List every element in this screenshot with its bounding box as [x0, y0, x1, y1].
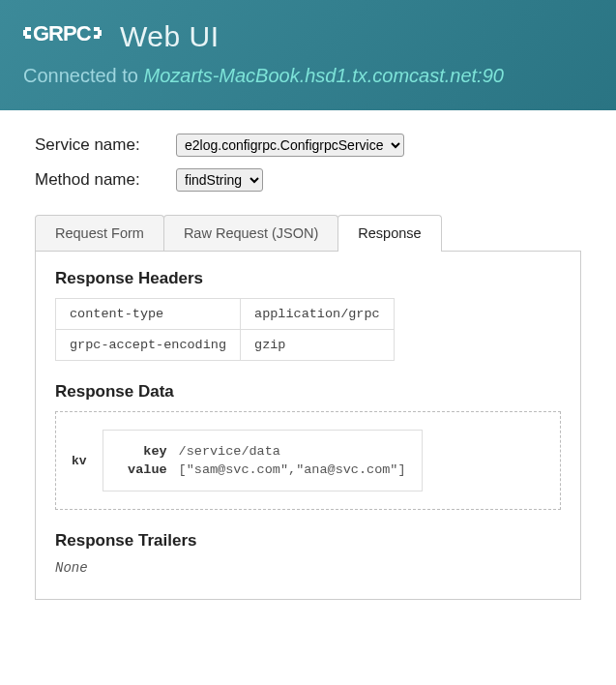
table-row: grpc-accept-encoding gzip [56, 330, 395, 361]
header-value: gzip [241, 330, 395, 361]
kv-key-label: key [119, 444, 167, 459]
svg-text:GRPC: GRPC [33, 21, 92, 45]
response-headers-table: content-type application/grpc grpc-accep… [55, 298, 395, 361]
title-row: GRPC Web UI [23, 19, 593, 53]
service-row: Service name: e2log.configrpc.ConfigrpcS… [35, 134, 581, 157]
kv-value-value: ["sam@svc.com","ana@svc.com"] [179, 462, 406, 477]
main-content: Service name: e2log.configrpc.ConfigrpcS… [0, 110, 616, 623]
svg-rect-2 [25, 35, 31, 39]
grpc-logo: GRPC [23, 19, 106, 46]
app-title: Web UI [120, 20, 219, 53]
header: GRPC Web UI Connected to Mozarts-MacBook… [0, 0, 616, 110]
method-label: Method name: [35, 170, 161, 190]
svg-rect-1 [25, 27, 31, 31]
tab-response[interactable]: Response [337, 215, 441, 251]
kv-key-value: /service/data [179, 444, 280, 459]
kv-value-label: value [119, 462, 167, 477]
service-select[interactable]: e2log.configrpc.ConfigrpcService [176, 134, 404, 157]
tab-request-form[interactable]: Request Form [35, 215, 164, 251]
method-select[interactable]: findString [176, 168, 263, 192]
response-data-title: Response Data [55, 382, 561, 402]
connected-host: Mozarts-MacBook.hsd1.tx.comcast.net:90 [144, 65, 504, 86]
connected-label: Connected to [23, 65, 144, 86]
response-trailers-title: Response Trailers [55, 531, 561, 551]
kv-inner: key /service/data value ["sam@svc.com","… [103, 430, 423, 491]
svg-rect-5 [94, 27, 100, 31]
connection-status: Connected to Mozarts-MacBook.hsd1.tx.com… [23, 65, 593, 87]
kv-label: kv [72, 454, 87, 468]
tab-bar: Request Form Raw Request (JSON) Response [35, 215, 581, 252]
header-name: grpc-accept-encoding [56, 330, 241, 361]
response-panel: Response Headers content-type applicatio… [35, 252, 581, 600]
response-data-box: kv key /service/data value ["sam@svc.com… [55, 411, 561, 510]
header-value: application/grpc [241, 299, 395, 330]
kv-key-line: key /service/data [119, 444, 406, 459]
response-trailers-value: None [55, 560, 561, 576]
header-name: content-type [56, 299, 241, 330]
response-headers-title: Response Headers [55, 269, 561, 288]
tab-raw-request[interactable]: Raw Request (JSON) [163, 215, 338, 251]
kv-row: kv key /service/data value ["sam@svc.com… [72, 430, 544, 491]
kv-value-line: value ["sam@svc.com","ana@svc.com"] [119, 462, 406, 477]
table-row: content-type application/grpc [56, 299, 395, 330]
method-row: Method name: findString [35, 168, 581, 192]
svg-rect-6 [94, 35, 100, 39]
service-label: Service name: [35, 135, 161, 155]
